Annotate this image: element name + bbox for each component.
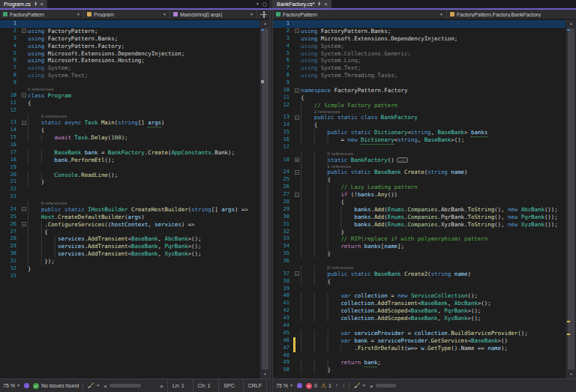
code-line[interactable]: 24−public static BaseBank Create(string … <box>273 169 566 176</box>
code-line[interactable]: 46var bank = serviceProvider.GetServices… <box>273 337 566 345</box>
collapsed-region-box[interactable]: ... <box>397 157 408 163</box>
hscroll-track[interactable] <box>374 383 419 388</box>
code-line[interactable]: 12// Simple Factory pattern <box>273 102 566 109</box>
scrollbar-thumb[interactable] <box>568 28 574 370</box>
breadcrumb-type[interactable]: Program ▼ <box>84 10 170 19</box>
code-line[interactable]: 33// RIP(replace if with polymorphism) p… <box>273 235 566 243</box>
breadcrumb-project[interactable]: FactoryPattern ▼ <box>0 10 84 19</box>
options-gear-icon[interactable] <box>262 2 267 7</box>
code-line[interactable]: 5using System.Collections.Generic; <box>273 50 566 58</box>
code-line[interactable]: 13−static async Task Main(string[] args) <box>0 119 260 127</box>
collapse-fold-icon[interactable]: − <box>295 88 299 93</box>
code-line[interactable]: 2−using FactoryPattern.Banks; <box>273 28 566 35</box>
codelens-indicator-icon[interactable] <box>24 383 29 388</box>
vertical-scrollbar-right[interactable]: ▲ ▼ <box>566 19 576 379</box>
codelens-references[interactable]: 0 references <box>41 114 68 119</box>
breadcrumb-type[interactable]: FactoryPattern.Factory.BankFactory <box>447 10 576 19</box>
codelens-references[interactable]: 0 references <box>328 151 354 157</box>
error-count-indicator[interactable]: × 0 <box>306 383 317 389</box>
line-ending-indicator[interactable]: CRLF <box>243 379 267 392</box>
code-area-left[interactable]: 12−using FactoryPattern;3using FactoryPa… <box>0 19 260 379</box>
horizontal-scrollbar[interactable]: ◀ ▶ <box>104 383 164 388</box>
breadcrumb-project[interactable]: FactoryPattern ▼ <box>273 10 447 19</box>
code-line[interactable]: 23 <box>0 193 260 201</box>
codelens-row[interactable]: 0 references <box>0 114 260 119</box>
code-line[interactable]: 8using System.Threading.Tasks; <box>273 72 566 79</box>
code-line[interactable]: 43collection.AddScoped<BaseBank, XyzBank… <box>273 315 566 322</box>
code-line[interactable]: 27−if (!banks.Any()) <box>273 191 566 199</box>
code-line[interactable]: 28services.AddTransient<BaseBank, AbcBan… <box>0 235 260 243</box>
code-line[interactable]: 3using FactoryPattern.Banks; <box>0 35 260 43</box>
codelens-indicator-icon[interactable] <box>297 383 302 388</box>
code-line[interactable]: 44 <box>273 322 566 330</box>
code-line[interactable]: 8using System.Text; <box>0 72 260 79</box>
code-line[interactable]: 6using System.Linq; <box>273 57 566 64</box>
warning-count-indicator[interactable]: ⚠ 1 <box>321 383 332 389</box>
scroll-down-arrow-icon[interactable]: ▼ <box>566 370 576 379</box>
code-line[interactable]: 15public static Dictionary<string, BaseB… <box>273 129 566 136</box>
code-line[interactable]: 5using Microsoft.Extensions.DependencyIn… <box>0 50 260 58</box>
code-line[interactable]: 17BaseBank bank = BankFactory.Create(App… <box>0 149 260 157</box>
code-line[interactable]: 30banks.Add(Enums.Companies.PqrBank.ToSt… <box>273 214 566 221</box>
code-line[interactable]: 29services.AddTransient<BaseBank, PqrBan… <box>0 243 260 250</box>
document-health-indicator[interactable]: ✓ No issues found <box>33 383 79 389</box>
codelens-references[interactable]: 0 references <box>41 201 68 206</box>
code-cleanup-button[interactable]: ▼ <box>87 382 100 389</box>
code-editor-left[interactable]: 12−using FactoryPattern;3using FactoryPa… <box>0 19 270 379</box>
breadcrumb-member[interactable]: Main(string[] args) ▼ <box>170 10 257 19</box>
code-line[interactable]: 18bank.PerformEtl(); <box>0 157 260 164</box>
scroll-up-arrow-icon[interactable]: ▲ <box>566 19 576 28</box>
code-line[interactable]: 45var serviceProvider = collection.Build… <box>273 330 566 337</box>
scroll-down-arrow-icon[interactable]: ▼ <box>260 370 270 379</box>
hscroll-thumb[interactable] <box>110 384 141 388</box>
collapse-fold-icon[interactable]: − <box>295 115 299 120</box>
code-line[interactable]: 38{ <box>273 278 566 286</box>
collapse-fold-icon[interactable]: − <box>22 28 26 33</box>
collapse-fold-icon[interactable]: − <box>22 207 26 211</box>
next-issue-arrow-icon[interactable]: ↓ <box>342 383 345 389</box>
code-line[interactable]: 22 <box>0 186 260 193</box>
collapse-fold-icon[interactable]: − <box>295 28 299 33</box>
codelens-row[interactable]: 0 references <box>273 151 566 157</box>
code-line[interactable]: 7using System; <box>0 64 260 72</box>
pin-icon[interactable] <box>33 1 38 7</box>
column-indicator[interactable]: Ch: 1 <box>193 379 215 392</box>
code-line[interactable]: 32} <box>273 229 566 236</box>
collapse-fold-icon[interactable]: − <box>22 121 26 125</box>
code-line[interactable]: 31banks.Add(Enums.Companies.XyzBank.ToSt… <box>273 221 566 229</box>
expand-fold-icon[interactable]: + <box>295 157 299 162</box>
code-area-right[interactable]: 12−using FactoryPattern.Banks;3using Mic… <box>273 19 566 379</box>
code-line[interactable]: 3using Microsoft.Extensions.DependencyIn… <box>273 35 566 43</box>
code-line[interactable]: 16 <box>0 142 260 149</box>
codelens-row[interactable]: 2 references <box>273 109 566 115</box>
code-line[interactable]: 27{ <box>0 229 260 236</box>
pin-icon[interactable] <box>316 1 322 7</box>
code-line[interactable]: 34return banks[name]; <box>273 243 566 250</box>
collapse-fold-icon[interactable]: − <box>22 93 26 97</box>
scroll-up-arrow-icon[interactable]: ▲ <box>260 19 270 28</box>
code-line[interactable]: 32} <box>0 265 260 273</box>
code-line[interactable]: 31}); <box>0 258 260 265</box>
code-line[interactable]: 4using System; <box>273 43 566 50</box>
code-line[interactable]: 30services.AddTransient<BaseBank, XyzBan… <box>0 250 260 258</box>
code-line[interactable]: 12 <box>0 107 260 115</box>
tab-program-cs[interactable]: Program.cs × <box>0 0 47 8</box>
close-icon[interactable]: × <box>40 1 44 7</box>
code-line[interactable]: 14{ <box>0 127 260 134</box>
code-line[interactable]: 17 <box>273 144 566 151</box>
hscroll-thumb[interactable] <box>376 384 396 388</box>
horizontal-scrollbar[interactable]: ◀ <box>370 383 573 388</box>
code-line[interactable]: 25Host.CreateDefaultBuilder(args) <box>0 214 260 221</box>
code-line[interactable]: 10−namespace FactoryPattern.Factory <box>273 87 566 94</box>
tab-bankfactory-cs[interactable]: BankFactory.cs* × <box>273 0 332 8</box>
code-line[interactable]: 29banks.Add(Enums.Companies.AbcBank.ToSt… <box>273 206 566 214</box>
code-line[interactable]: 9 <box>0 79 260 87</box>
code-cleanup-button[interactable]: ▼ <box>353 382 366 389</box>
scroll-left-arrow-icon[interactable]: ◀ <box>370 384 373 388</box>
codelens-row[interactable]: 0 references <box>0 87 260 92</box>
code-line[interactable]: 15await Task.Delay(100); <box>0 134 260 142</box>
codelens-references[interactable]: 0 references <box>28 87 54 92</box>
line-indicator[interactable]: Ln: 1 <box>167 379 189 392</box>
code-line[interactable]: 18+static BankFactory()... <box>273 157 566 164</box>
code-line[interactable]: 40var collection = new ServiceCollection… <box>273 292 566 300</box>
